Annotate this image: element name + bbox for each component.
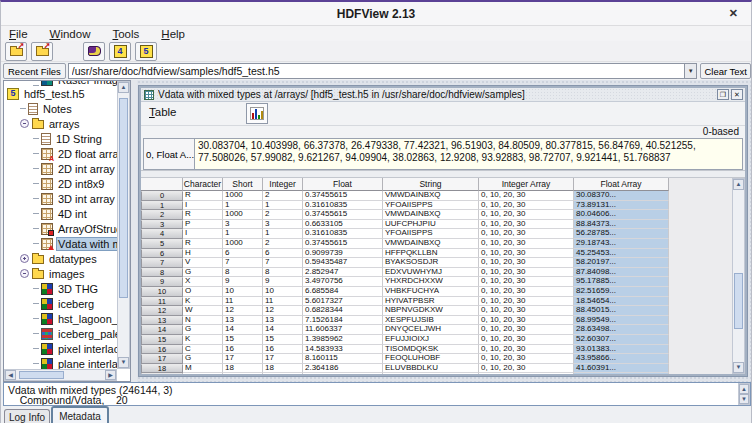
- table-cell[interactable]: 17: [263, 354, 303, 364]
- table-cell[interactable]: 18: [263, 364, 303, 374]
- tree-item-iceberg[interactable]: iceberg: [4, 296, 118, 311]
- table-cell[interactable]: 11: [263, 297, 303, 307]
- table-cell[interactable]: 7: [263, 258, 303, 268]
- column-header[interactable]: Short: [223, 178, 263, 191]
- row-header[interactable]: 12: [141, 306, 183, 316]
- table-cell[interactable]: 17: [223, 354, 263, 364]
- table-cell[interactable]: 0.9099739: [303, 249, 383, 259]
- row-header[interactable]: 1: [141, 201, 183, 211]
- table-cell[interactable]: 13: [223, 316, 263, 326]
- table-cell[interactable]: 80.04606...: [574, 210, 669, 220]
- table-cell[interactable]: 0.31610835: [303, 229, 383, 239]
- tree-vscrollbar[interactable]: ▲ ▼: [117, 81, 130, 369]
- table-cell[interactable]: 73.89131...: [574, 201, 669, 211]
- table-cell[interactable]: UUFCPHJPIU: [383, 220, 479, 230]
- scroll-down-icon[interactable]: ▼: [733, 362, 744, 373]
- chart-button[interactable]: [246, 103, 268, 124]
- table-cell[interactable]: 0.37455615: [303, 210, 383, 220]
- table-cell[interactable]: 12: [263, 306, 303, 316]
- table-cell[interactable]: 68.99549...: [574, 316, 669, 326]
- table-cell[interactable]: 0, 10, 20, 30: [479, 229, 574, 239]
- table-cell[interactable]: O: [183, 287, 223, 297]
- table-cell[interactable]: 0, 10, 20, 30: [479, 201, 574, 211]
- table-cell[interactable]: 2.852947: [303, 268, 383, 278]
- table-cell[interactable]: 14.583933: [303, 345, 383, 355]
- table-cell[interactable]: NBPNVGDKXW: [383, 306, 479, 316]
- tree-item-3d-int-array[interactable]: 3D int array: [4, 191, 118, 206]
- row-header[interactable]: 10: [141, 287, 183, 297]
- table-cell[interactable]: 10: [263, 287, 303, 297]
- table-cell[interactable]: BYAKSOSDJR: [383, 258, 479, 268]
- table-cell[interactable]: 13: [263, 316, 303, 326]
- table-cell[interactable]: 0, 10, 20, 30: [479, 268, 574, 278]
- table-cell[interactable]: 15: [223, 335, 263, 345]
- tree-expander-icon[interactable]: [20, 269, 29, 278]
- row-header[interactable]: 6: [141, 249, 183, 259]
- table-cell[interactable]: TISOMDQKSK: [383, 345, 479, 355]
- table-cell[interactable]: EDXVUWHYMJ: [383, 268, 479, 278]
- table-vscroll-thumb[interactable]: [734, 273, 743, 329]
- tree-hscroll-thumb[interactable]: [19, 371, 64, 379]
- table-cell[interactable]: 0, 10, 20, 30: [479, 191, 574, 201]
- table-cell[interactable]: 0, 10, 20, 30: [479, 287, 574, 297]
- table-cell[interactable]: 1: [223, 229, 263, 239]
- table-cell[interactable]: 19: [263, 373, 303, 374]
- table-cell[interactable]: 1.7719918: [303, 373, 383, 374]
- table-cell[interactable]: EFUJJIOIXJ: [383, 335, 479, 345]
- table-cell[interactable]: I: [183, 201, 223, 211]
- table-cell[interactable]: 5.6017327: [303, 297, 383, 307]
- row-header[interactable]: 14: [141, 325, 183, 335]
- table-cell[interactable]: 1000: [223, 239, 263, 249]
- table-cell[interactable]: 1: [223, 201, 263, 211]
- frame-close-button[interactable]: ✕: [731, 89, 743, 100]
- table-cell[interactable]: 10: [223, 287, 263, 297]
- table-cell[interactable]: 18.54654...: [574, 297, 669, 307]
- table-cell[interactable]: 1: [263, 229, 303, 239]
- hdf5-button[interactable]: 5: [135, 42, 157, 61]
- tree-item-vdata-mixed[interactable]: Vdata with mixed ty: [4, 236, 118, 251]
- row-header[interactable]: 9: [141, 277, 183, 287]
- table-cell[interactable]: 0, 10, 20, 30: [479, 325, 574, 335]
- table-cell[interactable]: 8.160115: [303, 354, 383, 364]
- table-cell[interactable]: FEOQLUHOBF: [383, 354, 479, 364]
- row-header[interactable]: 11: [141, 297, 183, 307]
- status-scrollbar[interactable]: ▲ ▼: [738, 383, 750, 405]
- table-cell[interactable]: 0, 10, 20, 30: [479, 239, 574, 249]
- scroll-up-icon[interactable]: ▲: [739, 384, 749, 394]
- tree-item-hdf5-test-h5[interactable]: hdf5_test.h5: [4, 86, 118, 101]
- tree-item-plane-interlace[interactable]: plane interlace: [4, 356, 118, 369]
- table-cell[interactable]: 7.1526184: [303, 316, 383, 326]
- table-cell[interactable]: 1000: [223, 191, 263, 201]
- menu-file[interactable]: File: [9, 28, 28, 40]
- table-cell[interactable]: 0.31610835: [303, 201, 383, 211]
- scroll-up-icon[interactable]: ▲: [118, 82, 129, 93]
- table-cell[interactable]: H: [183, 249, 223, 259]
- table-cell[interactable]: 0, 10, 20, 30: [479, 249, 574, 259]
- tree-item-pixel-interlace[interactable]: pixel interlace: [4, 341, 118, 356]
- table-cell[interactable]: 6: [263, 249, 303, 259]
- tab-metadata[interactable]: Metadata: [51, 406, 109, 423]
- table-cell[interactable]: 52.60307...: [574, 335, 669, 345]
- column-header[interactable]: Integer Array: [479, 178, 574, 191]
- row-header[interactable]: 19: [141, 373, 183, 374]
- table-cell[interactable]: 0, 10, 20, 30: [479, 258, 574, 268]
- table-cell[interactable]: 15: [263, 335, 303, 345]
- table-cell[interactable]: YFOAIISPPS: [383, 229, 479, 239]
- table-cell[interactable]: 12: [223, 306, 263, 316]
- display-table-splitter[interactable]: [141, 170, 745, 178]
- table-cell[interactable]: 0, 10, 20, 30: [479, 354, 574, 364]
- table-cell[interactable]: 0, 10, 20, 30: [479, 373, 574, 374]
- table-cell[interactable]: 0, 10, 20, 30: [479, 210, 574, 220]
- table-cell[interactable]: 0, 10, 20, 30: [479, 277, 574, 287]
- table-cell[interactable]: K: [183, 297, 223, 307]
- column-header[interactable]: Float: [303, 178, 383, 191]
- table-cell[interactable]: P: [183, 220, 223, 230]
- tree-item-arrayofstructures[interactable]: ArrayOfStructures: [4, 221, 118, 236]
- table-cell[interactable]: XESPFUJSIB: [383, 316, 479, 326]
- table-cell[interactable]: K: [183, 335, 223, 345]
- table-cell[interactable]: 95.17885...: [574, 277, 669, 287]
- table-cell[interactable]: 1.3985962: [303, 335, 383, 345]
- column-header[interactable]: Character: [183, 178, 223, 191]
- tree-expander-icon[interactable]: [20, 254, 29, 263]
- table-cell[interactable]: 7: [223, 258, 263, 268]
